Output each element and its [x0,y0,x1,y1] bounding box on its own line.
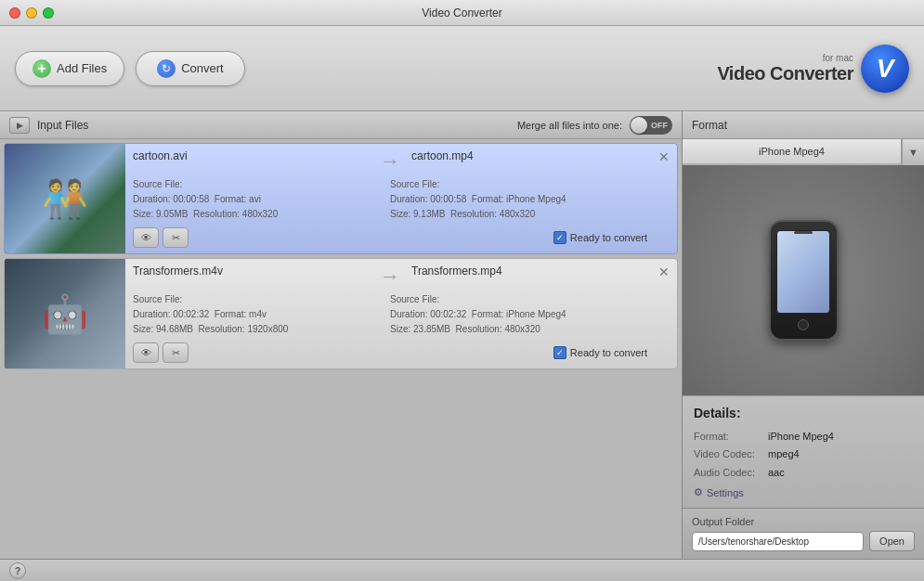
ready-label: Ready to convert [570,232,647,243]
file-item[interactable]: 🧑‍🤝‍🧑 cartoon.avi → cartoon.mp4 Source F… [4,143,678,254]
merge-toggle[interactable]: OFF [630,116,672,135]
source-filename: Transformers.m4v [133,265,369,289]
settings-link[interactable]: ⚙ Settings [694,486,913,498]
source-duration-format: Duration: 00:00:58 Format: avi [133,192,390,207]
toggle-knob [631,117,647,134]
format-key: Format: [694,428,768,446]
source-size-res: Size: 9.05MB Resolution: 480x320 [133,207,390,222]
left-panel: ▶ Input Files Merge all files into one: … [0,111,683,559]
delete-button[interactable]: ✕ [655,263,673,281]
convert-label: Convert [181,61,224,75]
input-files-left: ▶ Input Files [9,117,88,134]
source-size-res: Size: 94.68MB Resolution: 1920x800 [133,322,390,337]
window-controls [9,7,54,19]
source-size: Size: 9.05MB [133,209,188,219]
file-item[interactable]: 🤖 Transformers.m4v → Transformers.mp4 So… [4,258,678,369]
edit-button[interactable]: ✂ [163,227,189,248]
edit-button[interactable]: ✂ [163,342,189,363]
gear-icon: ⚙ [694,486,703,498]
audio-codec-value: aac [768,464,785,483]
iphone-shape [769,220,839,341]
target-duration-format: Duration: 00:00:58 Format: iPhone Mpeg4 [390,192,647,207]
file-details-row: Source File: Duration: 00:02:32 Format: … [133,292,647,337]
source-size: Size: 94.68MB [133,324,193,334]
video-codec-row: Video Codec: mpeg4 [694,445,913,464]
play-button-small[interactable]: ▶ [9,117,30,134]
merge-toggle-area: Merge all files into one: OFF [517,116,672,135]
format-tab-arrow[interactable]: ▼ [902,139,924,165]
bottom-bar: ? [0,559,924,581]
add-files-button[interactable]: + Add Files [15,51,124,86]
ready-label: Ready to convert [570,347,647,358]
help-button[interactable]: ? [9,562,26,579]
maximize-button[interactable] [43,7,54,19]
target-duration-format: Duration: 00:02:32 Format: iPhone Mpeg4 [390,307,647,322]
title-bar: Video Converter [0,0,924,26]
merge-label: Merge all files into one: [517,120,622,131]
target-size: Size: 23.85MB [390,324,450,334]
convert-icon: ↻ [157,59,176,78]
app-body: + Add Files ↻ Convert for mac Video Conv… [0,26,924,581]
action-icons: 👁 ✂ [133,342,189,363]
close-button[interactable] [9,7,20,19]
target-format: Format: iPhone Mpeg4 [472,194,566,204]
delete-button[interactable]: ✕ [655,148,673,166]
source-resolution: Resolution: 1920x800 [199,324,289,334]
target-size: Size: 9.13MB [390,209,445,219]
toolbar: + Add Files ↻ Convert for mac Video Conv… [0,26,924,111]
active-tab-label: iPhone Mpeg4 [759,146,825,157]
ready-checkbox[interactable]: ✓ [553,346,566,359]
target-resolution: Resolution: 480x320 [450,209,535,219]
brand-name: Video Converter [717,63,853,84]
minimize-button[interactable] [26,7,37,19]
arrow-icon: → [380,149,400,174]
ready-to-convert: ✓ Ready to convert [553,231,647,244]
file-details-row: Source File: Duration: 00:00:58 Format: … [133,177,647,222]
source-duration-format: Duration: 00:02:32 Format: m4v [133,307,390,322]
preview-button[interactable]: 👁 [133,227,159,248]
open-folder-button[interactable]: Open [869,531,915,551]
brand-for-mac: for mac [717,53,853,63]
ready-to-convert: ✓ Ready to convert [553,346,647,359]
ready-checkbox[interactable]: ✓ [553,231,566,244]
source-label: Source File: [133,292,390,307]
target-label: Source File: [390,177,647,192]
source-duration: Duration: 00:00:58 [133,194,209,204]
video-codec-value: mpeg4 [768,445,800,464]
format-header: Format [683,111,924,139]
output-folder-label: Output Folder [692,516,915,527]
toggle-state: OFF [651,121,668,130]
video-codec-key: Video Codec: [694,445,768,464]
source-label: Source File: [133,177,390,192]
source-details: Source File: Duration: 00:00:58 Format: … [133,177,390,222]
arrow-icon: → [380,265,400,289]
details-section: Details: Format: iPhone Mpeg4 Video Code… [683,395,924,508]
file-names-row: Transformers.m4v → Transformers.mp4 [133,265,647,289]
transformers-thumbnail: 🤖 [5,259,125,368]
add-files-label: Add Files [57,61,107,75]
file-info: Transformers.m4v → Transformers.mp4 Sour… [125,259,655,368]
target-filename: cartoon.mp4 [411,149,647,174]
target-filename: Transformers.mp4 [411,265,647,289]
convert-button[interactable]: ↻ Convert [136,51,245,86]
plus-icon: + [33,59,51,78]
source-filename: cartoon.avi [133,149,369,174]
settings-label: Settings [707,487,744,498]
format-label: Format [692,119,727,132]
file-actions-row: 👁 ✂ ✓ Ready to convert [133,342,647,363]
format-tab-iphone[interactable]: iPhone Mpeg4 [683,139,902,165]
source-format: Format: avi [215,194,261,204]
preview-button[interactable]: 👁 [133,342,159,363]
iphone-home-button [798,319,809,330]
content-area: ▶ Input Files Merge all files into one: … [0,111,924,559]
input-files-label: Input Files [37,119,88,132]
target-size-res: Size: 9.13MB Resolution: 480x320 [390,207,647,222]
target-duration: Duration: 00:00:58 [390,194,466,204]
source-resolution: Resolution: 480x320 [193,209,278,219]
file-list: 🧑‍🤝‍🧑 cartoon.avi → cartoon.mp4 Source F… [0,139,682,559]
brand-area: for mac Video Converter V [717,45,909,93]
iphone-screen [776,230,830,314]
tab-arrow: ▼ [908,147,918,158]
audio-codec-key: Audio Codec: [694,464,768,483]
right-panel: Format iPhone Mpeg4 ▼ Details: [683,111,924,559]
